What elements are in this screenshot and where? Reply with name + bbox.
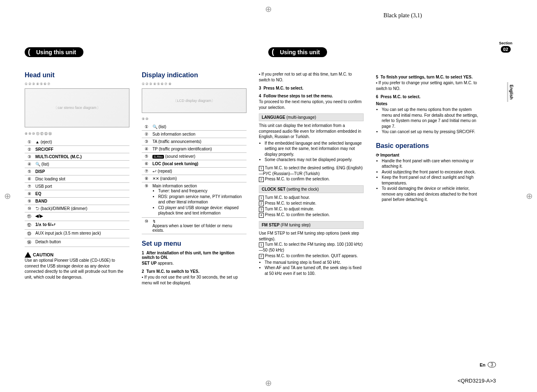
step-number: 6 <box>376 95 378 99</box>
list-item: RDS: program service name, PTY informati… <box>158 194 245 205</box>
setup-step-4: 4 Follow these steps to set the menu. <box>259 94 364 98</box>
step-text: Press M.C. to select. <box>263 86 303 90</box>
legend-row-num: ⑩ <box>142 217 151 234</box>
numbered-step: 4 Press M.C. to confirm the selection. <box>259 212 364 218</box>
list-item: When AF and TA are turned off, the seek … <box>265 265 364 276</box>
legend-row-text: S.Rtrv (sound retriever) <box>151 153 247 160</box>
legend-row-num: ② <box>25 146 34 153</box>
head-unit-title: Head unit <box>25 71 129 79</box>
fm-step-box: FM STEP (FM tuning step) <box>259 221 364 229</box>
language-text: This unit can display the text informati… <box>259 123 364 140</box>
legend-row-text: ⮐ (repeat) <box>151 168 247 175</box>
legend-row-num: ⑤ <box>25 168 34 175</box>
caution-heading: CAUTION <box>25 252 129 258</box>
section-tab: Section 02 <box>499 41 512 53</box>
list-item: CD player and USB storage device: elapse… <box>158 205 245 216</box>
list-item: Handle the front panel with care when re… <box>382 158 481 169</box>
legend-row-num: ⑬ <box>25 230 34 238</box>
legend-row-text: Sub information section <box>151 131 247 138</box>
setup-step-5: 5 To finish your settings, turn M.C. to … <box>376 75 481 79</box>
crop-mark-bottom: ⊕ <box>265 378 272 388</box>
legend-row-num: ⑦ <box>25 183 34 190</box>
legend-row-text: MULTI-CONTROL (M.C.) <box>34 153 129 161</box>
setup-step-4-sub: To proceed to the next menu option, you … <box>259 99 364 110</box>
clock-steps: 1 Turn M.C. to adjust hour.2 Press M.C. … <box>259 195 364 218</box>
black-plate-label: Black plate (3,1) <box>383 12 422 19</box>
legend-row-text: DISP <box>34 168 129 175</box>
setup-step-3: 3 Press M.C. to select. <box>259 86 364 90</box>
display-indication-title: Display indication <box>142 71 247 79</box>
column-head-unit: Head unit ① ② ③ ④ ⑤ ⑥ ⑦ 〔car stereo face… <box>25 71 129 286</box>
numbered-step: 2 Press M.C. to confirm the selection. Q… <box>259 253 364 259</box>
legend-row-num: ⑩ <box>25 205 34 212</box>
numbered-step: 2 Press M.C. to confirm the selection. <box>259 176 364 182</box>
warning-icon <box>25 252 31 258</box>
clock-set-box: CLOCK SET (setting the clock) <box>259 185 364 193</box>
footer-page-number: 3 <box>488 362 496 367</box>
language-tab: English <box>507 82 514 102</box>
caution-label: CAUTION <box>33 252 53 257</box>
legend-row-num: ② <box>142 131 151 138</box>
caution-text: Use an optional Pioneer USB cable (CD-U5… <box>25 258 129 280</box>
head-unit-callouts-bottom: ⑧ ⑨ ⑩ ⑪ ⑫ ⑬ ⑭ <box>25 131 129 136</box>
section-label: Section <box>499 41 512 45</box>
legend-row-text: EQ <box>34 190 129 198</box>
legend-row-num: ④ <box>142 145 151 153</box>
fm-steps: 1 Turn M.C. to select the FM tuning step… <box>259 242 364 259</box>
setup-step-2-note: ▪ If you do not use the unit for 30 seco… <box>142 274 247 286</box>
list-item: You can cancel set up menu by pressing S… <box>382 129 481 135</box>
legend-row-num: ③ <box>142 138 151 145</box>
language-bullets: If the embedded language and the selecte… <box>259 141 364 163</box>
setup-step-6: 6 Press M.C. to select. <box>376 95 481 99</box>
legend-row-num: ⑧ <box>25 190 34 198</box>
legend-row-text: ◀/▶ <box>34 212 129 221</box>
crop-mark-right: ⊕ <box>526 191 533 201</box>
legend-row-text: ✕✕ (random) <box>151 175 247 182</box>
legend-row-text: ⮌ (back)/DIMMER (dimmer) <box>34 205 129 212</box>
legend-row-text: TP (traffic program identification) <box>151 145 247 153</box>
notes-list: You can set up the menu options from the… <box>376 107 481 135</box>
step-number: 2 <box>142 269 144 274</box>
legend-row-num: ⑧ <box>142 175 151 182</box>
legend-row-text: BAND <box>34 198 129 205</box>
legend-row-num: ⑦ <box>142 168 151 175</box>
step-number: 1 <box>142 251 144 255</box>
step-number: 3 <box>259 86 261 90</box>
fm-text: Use FM STEP to set FM tuning step option… <box>259 231 364 242</box>
legend-row-text: LOC (local seek tuning) <box>151 160 247 168</box>
fm-bullets: The manual tuning step is fixed at 50 kH… <box>259 260 364 277</box>
crop-mark-left: ⊕ <box>4 191 11 201</box>
notes-heading: Notes <box>376 101 481 106</box>
legend-row-text: SRC/OFF <box>34 146 129 153</box>
legend-row-text: 🔍 (list) <box>34 161 129 168</box>
legend-row-num: ⑨ <box>142 182 151 218</box>
setup-step-5-note: ▪ If you prefer to change your setting a… <box>376 80 481 91</box>
legend-row-num: ⑥ <box>25 175 34 183</box>
list-item: Tuner: band and frequency <box>158 188 245 194</box>
main-info-list: Tuner: band and frequencyRDS: program se… <box>152 188 245 216</box>
step-number: 5 <box>376 75 378 79</box>
legend-row-num: ⑨ <box>25 198 34 205</box>
numbered-step: 1 Turn M.C. to select the desired settin… <box>259 165 364 177</box>
list-item: Keep the front panel out of direct sunli… <box>382 175 481 186</box>
list-item: Avoid subjecting the front panel to exce… <box>382 169 481 175</box>
display-diagram: 〔LCD display diagram〕 <box>142 88 247 113</box>
numbered-step: 3 Turn M.C. to adjust minute. <box>259 206 364 212</box>
setup-menu-title: Set up menu <box>142 240 247 247</box>
legend-row-num: ⑫ <box>25 221 34 230</box>
basic-operations-title: Basic operations <box>376 142 481 150</box>
step-text: Follow these steps to set the menu. <box>263 94 333 98</box>
footer-lang: En <box>479 362 485 367</box>
step-text: Press M.C. to select. <box>380 95 420 99</box>
display-callouts-top: ① ② ③ ④ ⑤ ⑥ ⑦ ⑧ <box>142 82 247 86</box>
row10-text: Appears when a lower tier of folder or m… <box>152 224 232 233</box>
numbered-step: 1 Turn M.C. to select the FM tuning step… <box>259 242 364 253</box>
setup-step-1-sub: SET UP appears. <box>142 261 247 266</box>
list-item: The manual tuning step is fixed at 50 kH… <box>265 260 364 265</box>
display-callouts-bottom: ⑨ ⑩ <box>142 117 247 121</box>
setup-step-2: 2 Turn M.C. to switch to YES. <box>142 269 247 274</box>
list-item: To avoid damaging the device or vehicle … <box>382 186 481 203</box>
legend-row-num: ① <box>142 123 151 131</box>
important-list: Handle the front panel with care when re… <box>376 158 481 203</box>
legend-row-text: 🔍 (list) <box>151 123 247 131</box>
